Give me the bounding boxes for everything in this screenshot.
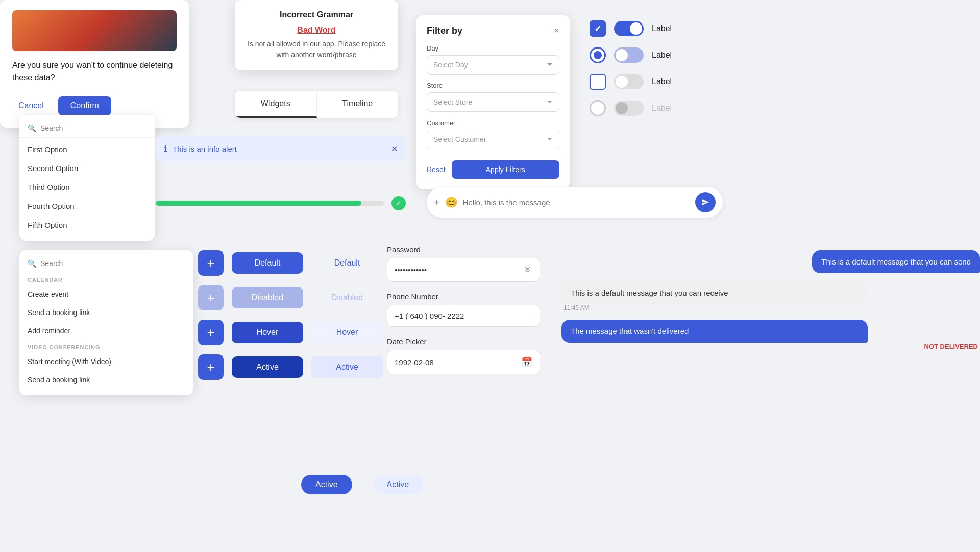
btn-ghost-default[interactable]: Default bbox=[311, 258, 383, 268]
plus-button-hover[interactable]: + bbox=[198, 320, 224, 345]
not-delivered-label: NOT DELIVERED bbox=[561, 343, 980, 350]
list-item-4[interactable]: Fourth Option bbox=[19, 197, 155, 215]
info-alert: ℹ This is an info alert ✕ bbox=[156, 136, 406, 161]
status-badge-2: Active bbox=[373, 475, 424, 494]
plus-button-default[interactable]: + bbox=[198, 250, 224, 276]
day-label: Day bbox=[427, 44, 559, 52]
message-input[interactable] bbox=[463, 198, 690, 207]
calendar-section-label: CALENDAR bbox=[19, 273, 193, 285]
day-select[interactable]: Select Day bbox=[427, 55, 559, 75]
plus-button-active[interactable]: + bbox=[198, 354, 224, 380]
toggle-label-3: Label bbox=[652, 77, 672, 86]
bad-word-label: Bad Word bbox=[247, 26, 386, 35]
search-icon-2: 🔍 bbox=[28, 259, 36, 268]
tab-timeline[interactable]: Timeline bbox=[317, 91, 399, 118]
phone-input[interactable] bbox=[395, 311, 532, 320]
radio-disabled[interactable] bbox=[590, 100, 606, 116]
progress-check-icon: ✓ bbox=[391, 196, 406, 210]
toggle-disabled[interactable] bbox=[614, 101, 644, 116]
apply-filters-button[interactable]: Apply Filters bbox=[452, 160, 559, 179]
control-row-3: Label bbox=[590, 74, 672, 90]
date-input[interactable] bbox=[395, 358, 521, 367]
confirm-body-text: Are you sure you wan't to continue delet… bbox=[12, 59, 177, 84]
filter-panel: Filter by × Day Select Day Store Select … bbox=[416, 15, 570, 189]
chat-received-message: This is a default message that you can r… bbox=[561, 281, 868, 304]
search-icon: 🔍 bbox=[28, 124, 36, 132]
control-row-2: Label bbox=[590, 47, 672, 63]
btn-main-hover[interactable]: Hover bbox=[232, 322, 303, 343]
plus-button-disabled: + bbox=[198, 285, 224, 310]
cancel-button[interactable]: Cancel bbox=[12, 97, 50, 114]
search-input-1[interactable] bbox=[40, 124, 146, 132]
controls-panel: ✓ Label Label Label Label bbox=[590, 20, 672, 116]
chat-panel: This is a default message that you can s… bbox=[561, 250, 980, 350]
add-reminder-item[interactable]: Add reminder bbox=[19, 322, 193, 340]
date-group: Date Picker 📅 bbox=[387, 337, 540, 374]
toggle-off[interactable] bbox=[614, 74, 644, 89]
phone-input-wrap bbox=[387, 305, 540, 327]
filter-title: Filter by bbox=[427, 26, 462, 36]
eye-icon[interactable]: 👁 bbox=[523, 265, 532, 275]
toggle-half[interactable] bbox=[614, 47, 644, 63]
store-label: Store bbox=[427, 82, 559, 89]
phone-group: Phone Number bbox=[387, 292, 540, 327]
btn-ghost-disabled: Disabled bbox=[311, 293, 383, 302]
password-input[interactable] bbox=[395, 266, 523, 274]
chat-sent-message: This is a default message that you can s… bbox=[812, 250, 980, 273]
progress-bar-fill bbox=[156, 201, 361, 206]
btn-main-disabled: Disabled bbox=[232, 287, 303, 308]
date-input-wrap: 📅 bbox=[387, 350, 540, 374]
password-label: Password bbox=[387, 245, 540, 254]
alert-close-button[interactable]: ✕ bbox=[391, 144, 398, 154]
customer-select[interactable]: Select Customer bbox=[427, 130, 559, 149]
list-item-2[interactable]: Second Option bbox=[19, 159, 155, 178]
search-input-2[interactable] bbox=[40, 259, 185, 268]
toggle-knob bbox=[630, 22, 642, 35]
start-meeting-item[interactable]: Start meeting (With Video) bbox=[19, 352, 193, 371]
grammar-title: Incorrect Grammar bbox=[247, 10, 386, 19]
radio-checked[interactable] bbox=[590, 47, 606, 63]
status-badges: Active Active bbox=[301, 475, 423, 494]
message-input-area: + 😊 bbox=[427, 187, 723, 218]
password-input-wrap: 👁 bbox=[387, 258, 540, 282]
form-fields: Password 👁 Phone Number Date Picker 📅 bbox=[387, 245, 540, 385]
dialog-image bbox=[12, 10, 177, 51]
calendar-icon[interactable]: 📅 bbox=[521, 356, 532, 368]
control-row-4: Label bbox=[590, 100, 672, 116]
list-item-1[interactable]: First Option bbox=[19, 140, 155, 159]
emoji-button[interactable]: 😊 bbox=[445, 196, 458, 208]
checkbox-checked[interactable]: ✓ bbox=[590, 20, 606, 37]
toggle-knob-2 bbox=[616, 49, 628, 61]
list-item-3[interactable]: Third Option bbox=[19, 178, 155, 197]
toggle-knob-4 bbox=[616, 102, 628, 114]
checkbox-unchecked[interactable] bbox=[590, 74, 606, 90]
list-item-5[interactable]: Fifth Option bbox=[19, 215, 155, 234]
store-select[interactable]: Select Store bbox=[427, 92, 559, 112]
dropdown-list-1: 🔍 First Option Second Option Third Optio… bbox=[19, 115, 155, 241]
tab-widgets[interactable]: Widgets bbox=[235, 91, 317, 118]
btn-ghost-hover[interactable]: Hover bbox=[311, 322, 383, 343]
grammar-description: Is not all allowed in our app. Please re… bbox=[247, 39, 386, 60]
send-booking-item[interactable]: Send a booking link bbox=[19, 371, 193, 389]
password-group: Password 👁 bbox=[387, 245, 540, 282]
toggle-label-2: Label bbox=[652, 51, 672, 60]
dropdown-list-2: 🔍 CALENDAR Create event Send a booking l… bbox=[19, 250, 193, 395]
customer-label: Customer bbox=[427, 119, 559, 127]
toggle-knob-3 bbox=[616, 76, 628, 88]
btn-ghost-active[interactable]: Active bbox=[311, 356, 383, 378]
video-section-label: VIDEO CONFERENCING bbox=[19, 340, 193, 352]
send-button[interactable] bbox=[695, 192, 716, 212]
chat-failed-message: The message that wasn't delivered bbox=[561, 320, 868, 343]
button-showcase: + Default Default + Disabled Disabled + … bbox=[198, 250, 383, 380]
confirm-button[interactable]: Confirm bbox=[58, 96, 111, 115]
reset-button[interactable]: Reset bbox=[427, 165, 446, 174]
toggle-label-4: Label bbox=[652, 104, 672, 113]
filter-close-button[interactable]: × bbox=[554, 26, 559, 36]
btn-main-active[interactable]: Active bbox=[232, 356, 303, 378]
btn-main-default[interactable]: Default bbox=[232, 252, 303, 274]
create-event-item[interactable]: Create event bbox=[19, 285, 193, 303]
alert-text: This is an info alert bbox=[173, 145, 237, 153]
booking-link-item[interactable]: Send a booking link bbox=[19, 303, 193, 322]
add-attachment-button[interactable]: + bbox=[434, 197, 440, 208]
toggle-on[interactable] bbox=[614, 21, 644, 36]
